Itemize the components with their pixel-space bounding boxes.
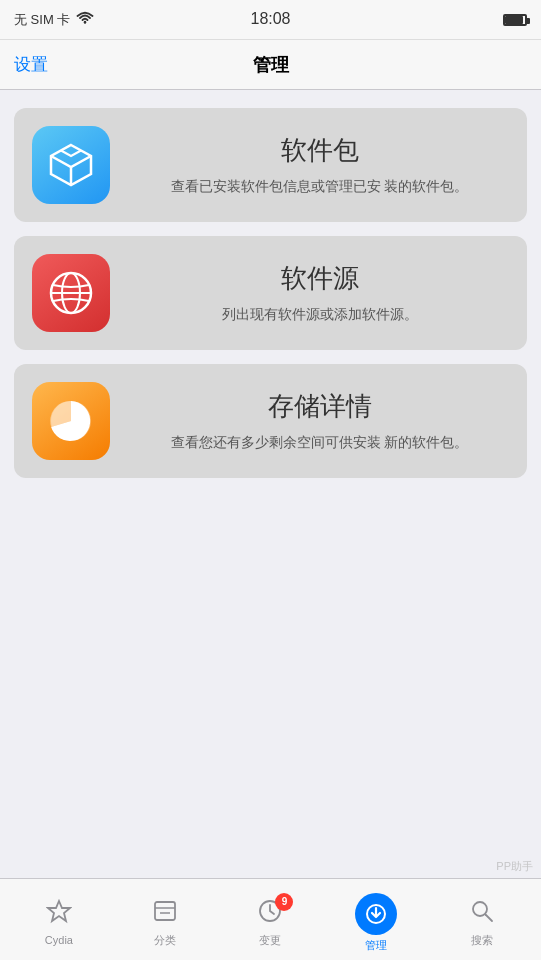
status-time: 18:08 bbox=[250, 10, 290, 28]
status-bar: 无 SIM 卡 18:08 bbox=[0, 0, 541, 40]
wifi-icon bbox=[76, 11, 94, 28]
page-title: 管理 bbox=[253, 53, 289, 77]
packages-desc: 查看已安装软件包信息或管理已安 装的软件包。 bbox=[130, 176, 509, 197]
tab-manage[interactable]: 管理 bbox=[341, 887, 411, 953]
status-carrier: 无 SIM 卡 bbox=[14, 11, 94, 29]
packages-title: 软件包 bbox=[130, 133, 509, 168]
sources-card[interactable]: 软件源 列出现有软件源或添加软件源。 bbox=[14, 236, 527, 350]
sources-text: 软件源 列出现有软件源或添加软件源。 bbox=[130, 261, 509, 325]
svg-point-0 bbox=[84, 21, 86, 23]
packages-card[interactable]: 软件包 查看已安装软件包信息或管理已安 装的软件包。 bbox=[14, 108, 527, 222]
search-icon bbox=[469, 898, 495, 930]
tab-categories-label: 分类 bbox=[154, 933, 176, 948]
sources-title: 软件源 bbox=[130, 261, 509, 296]
tab-changes-label: 变更 bbox=[259, 933, 281, 948]
storage-card[interactable]: 存储详情 查看您还有多少剩余空间可供安装 新的软件包。 bbox=[14, 364, 527, 478]
sources-desc: 列出现有软件源或添加软件源。 bbox=[130, 304, 509, 325]
packages-icon bbox=[32, 126, 110, 204]
tab-cydia-label: Cydia bbox=[45, 934, 73, 946]
svg-rect-8 bbox=[155, 902, 175, 920]
main-content: 软件包 查看已安装软件包信息或管理已安 装的软件包。 软件源 列出现有软件源或添… bbox=[0, 90, 541, 496]
svg-marker-7 bbox=[48, 901, 70, 921]
box-svg bbox=[45, 139, 97, 191]
storage-title: 存储详情 bbox=[130, 389, 509, 424]
tab-categories[interactable]: 分类 bbox=[130, 892, 200, 948]
clock-icon: 9 bbox=[257, 898, 283, 930]
pie-svg bbox=[45, 395, 97, 447]
tab-cydia[interactable]: Cydia bbox=[24, 893, 94, 946]
storage-text: 存储详情 查看您还有多少剩余空间可供安装 新的软件包。 bbox=[130, 389, 509, 453]
star-icon bbox=[46, 899, 72, 931]
tab-search-label: 搜索 bbox=[471, 933, 493, 948]
list-icon bbox=[152, 898, 178, 930]
tab-search[interactable]: 搜索 bbox=[447, 892, 517, 948]
globe-svg bbox=[45, 267, 97, 319]
packages-text: 软件包 查看已安装软件包信息或管理已安 装的软件包。 bbox=[130, 133, 509, 197]
carrier-text: 无 SIM 卡 bbox=[14, 11, 70, 29]
svg-line-14 bbox=[486, 914, 493, 921]
tab-manage-label: 管理 bbox=[365, 938, 387, 953]
nav-bar: 设置 管理 bbox=[0, 40, 541, 90]
battery-icon bbox=[503, 14, 527, 26]
storage-icon bbox=[32, 382, 110, 460]
manage-icon-circle bbox=[355, 893, 397, 935]
back-button[interactable]: 设置 bbox=[14, 53, 48, 76]
storage-desc: 查看您还有多少剩余空间可供安装 新的软件包。 bbox=[130, 432, 509, 453]
sources-icon bbox=[32, 254, 110, 332]
status-battery bbox=[503, 14, 527, 26]
tab-bar: Cydia 分类 9 变更 bbox=[0, 878, 541, 960]
tab-changes[interactable]: 9 变更 bbox=[235, 892, 305, 948]
changes-badge: 9 bbox=[275, 893, 293, 911]
watermark: PP助手 bbox=[496, 859, 533, 874]
